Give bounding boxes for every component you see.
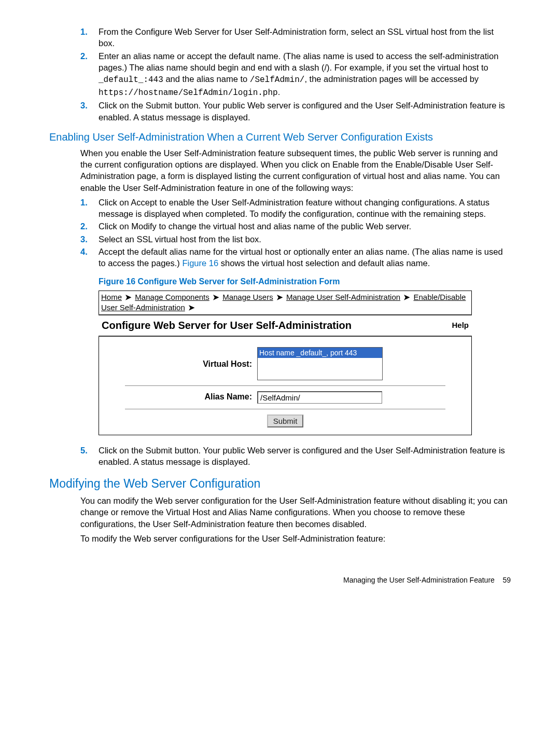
divider	[125, 385, 445, 386]
form-title: Configure Web Server for User Self-Admin…	[102, 319, 352, 333]
list-item: 2.Click on Modify to change the virtual …	[99, 220, 511, 232]
alias-name-row: Alias Name:	[104, 391, 466, 404]
section-heading-modifying: Modifying the Web Server Configuration	[49, 476, 511, 492]
ordered-list-3: 5.Click on the Submit button. Your publi…	[49, 445, 511, 468]
list-number: 2.	[80, 50, 88, 62]
subheading-enabling: Enabling User Self-Administration When a…	[49, 130, 511, 144]
list-item: 1.From the Configure Web Server for User…	[99, 26, 511, 49]
alias-name-label: Alias Name:	[104, 391, 257, 403]
text-run: , the administration pages will be acces…	[304, 74, 479, 84]
submit-button[interactable]: Submit	[267, 415, 304, 427]
text-run: Enter an alias name or accept the defaul…	[99, 51, 498, 72]
list-number: 3.	[80, 233, 88, 245]
text-run: From the Configure Web Server for User S…	[99, 27, 494, 48]
paragraph-modify-2: To modify the Web server configurations …	[80, 533, 511, 544]
list-item: 3.Select an SSL virtual host from the li…	[99, 233, 511, 245]
text-run: Select an SSL virtual host from the list…	[99, 234, 261, 244]
list-number: 3.	[80, 100, 88, 111]
breadcrumb: Home ➤ Manage Components ➤ Manage Users …	[99, 291, 472, 314]
page-footer: Managing the User Self-Administration Fe…	[49, 575, 511, 585]
text-run: and the alias name to	[163, 74, 250, 84]
virtual-host-listbox[interactable]: Host name _default_, port 443	[257, 347, 383, 380]
help-link[interactable]: Help	[452, 320, 469, 330]
figure-16: Home ➤ Manage Components ➤ Manage Users …	[99, 291, 472, 435]
paragraph-modify-1: You can modify the Web server configurat…	[80, 495, 511, 530]
breadcrumb-link[interactable]: Home	[101, 293, 122, 301]
form-title-bar: Configure Web Server for User Self-Admin…	[99, 314, 472, 337]
breadcrumb-separator-icon: ➤	[188, 303, 195, 312]
divider	[125, 409, 445, 409]
paragraph-intro: When you enable the User Self-Administra…	[80, 147, 511, 194]
text-run: shows the virtual host selection and def…	[218, 258, 430, 268]
ordered-list-2: 1.Click on Accept to enable the User Sel…	[49, 197, 511, 269]
virtual-host-option[interactable]: Host name _default_, port 443	[258, 348, 382, 358]
virtual-host-label: Virtual Host:	[104, 347, 257, 370]
list-number: 2.	[80, 220, 88, 232]
breadcrumb-separator-icon: ➤	[125, 293, 132, 301]
text-run: .	[278, 87, 281, 96]
text-run: Click on Accept to enable the User Self-…	[99, 198, 489, 218]
code-text: https://hostname/SelfAdmin/login.php	[99, 88, 278, 98]
breadcrumb-link[interactable]: Manage User Self-Administration	[286, 293, 400, 301]
form-body: Virtual Host: Host name _default_, port …	[99, 337, 472, 435]
code-text: _default_:443	[99, 75, 163, 85]
list-item: 2.Enter an alias name or accept the defa…	[99, 50, 511, 99]
figure-reference: Figure 16	[182, 258, 218, 268]
alias-name-input[interactable]	[257, 391, 382, 404]
list-item: 1.Click on Accept to enable the User Sel…	[99, 197, 511, 220]
virtual-host-row: Virtual Host: Host name _default_, port …	[104, 347, 466, 380]
breadcrumb-link[interactable]: Manage Components	[135, 293, 209, 301]
ordered-list-1: 1.From the Configure Web Server for User…	[49, 26, 511, 123]
list-item: 4.Accept the default alias name for the …	[99, 246, 511, 269]
list-number: 4.	[80, 246, 88, 257]
page-number: 59	[502, 576, 511, 584]
text-run: Click on the Submit button. Your public …	[99, 101, 505, 121]
text-run: Click on Modify to change the virtual ho…	[99, 222, 411, 231]
list-number: 1.	[80, 197, 88, 208]
breadcrumb-link[interactable]: Manage Users	[222, 293, 273, 301]
breadcrumb-separator-icon: ➤	[403, 293, 410, 301]
list-number: 5.	[80, 445, 88, 456]
list-item: 5.Click on the Submit button. Your publi…	[99, 445, 511, 468]
breadcrumb-separator-icon: ➤	[213, 293, 219, 301]
list-number: 1.	[80, 26, 88, 37]
footer-text: Managing the User Self-Administration Fe…	[343, 576, 495, 584]
figure-caption: Figure 16 Configure Web Server for Self-…	[99, 276, 511, 287]
code-text: /SelfAdmin/	[250, 75, 305, 85]
breadcrumb-separator-icon: ➤	[276, 293, 283, 301]
text-run: Click on the Submit button. Your public …	[99, 446, 505, 466]
list-item: 3.Click on the Submit button. Your publi…	[99, 100, 511, 123]
